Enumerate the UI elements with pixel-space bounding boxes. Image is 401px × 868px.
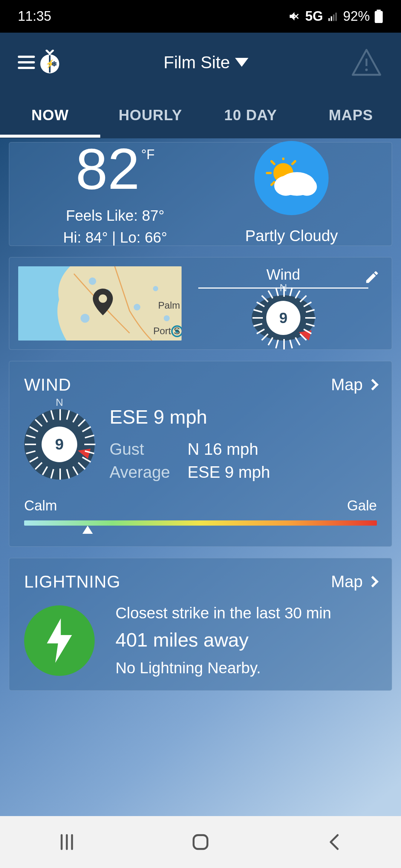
lightning-line2: 401 miles away (115, 629, 377, 651)
scale-high-label: Gale (347, 498, 377, 514)
condition-text: Partly Cloudy (245, 227, 338, 245)
svg-point-24 (81, 314, 89, 323)
tab-now[interactable]: NOW (0, 107, 100, 124)
wind-scale-bar (24, 520, 377, 526)
condition-icon (254, 141, 329, 215)
battery-label: 92% (343, 9, 370, 24)
average-label: Average (110, 463, 188, 481)
app-logo-icon: ⚡ ❄ (37, 50, 62, 75)
chevron-right-icon (367, 379, 378, 390)
map-wind-card: Palm Port S Wind N 9 (9, 257, 392, 350)
view-tabs: NOW HOURLY 10 DAY MAPS (0, 92, 401, 138)
map-link-label: Map (331, 572, 363, 591)
wind-headline: ESE 9 mph (110, 406, 377, 428)
svg-rect-5 (375, 11, 383, 23)
wind-card: WIND Map N 9 ESE 9 mph Gust N 16 mph Ave… (9, 361, 392, 547)
wind-compass-value: 9 (42, 427, 77, 462)
mini-map[interactable]: Palm Port S (18, 266, 182, 341)
app-header: ⚡ ❄ Film Site NOW HOURLY 10 DAY MAPS (0, 33, 401, 138)
svg-rect-3 (335, 13, 337, 21)
svg-rect-2 (333, 14, 335, 21)
svg-point-11 (365, 69, 368, 71)
mute-icon (288, 10, 301, 23)
tab-hourly[interactable]: HOURLY (100, 107, 200, 124)
svg-point-25 (134, 304, 140, 310)
home-icon (190, 832, 211, 852)
chevron-right-icon (367, 576, 378, 587)
gust-value: N 16 mph (188, 440, 377, 458)
back-button[interactable] (324, 832, 345, 852)
map-link-label: Map (331, 375, 363, 394)
lightning-section-title: LIGHTNING (24, 572, 120, 592)
map-label-ports: Port S (153, 325, 180, 337)
home-button[interactable] (190, 832, 211, 852)
lightning-map-link[interactable]: Map (331, 572, 377, 591)
svg-rect-1 (331, 16, 332, 21)
svg-text:❄: ❄ (51, 60, 57, 68)
svg-line-17 (271, 182, 274, 185)
svg-point-27 (164, 315, 170, 321)
signal-icon (327, 11, 339, 22)
lightning-card: LIGHTNING Map Closest strike in the last… (9, 558, 392, 691)
location-selector[interactable]: Film Site (164, 52, 249, 72)
svg-rect-34 (193, 835, 207, 849)
tab-maps[interactable]: MAPS (301, 107, 401, 124)
map-pin-icon (92, 289, 113, 315)
svg-line-15 (271, 161, 274, 164)
location-title: Film Site (164, 52, 230, 72)
alert-button[interactable] (350, 47, 383, 77)
wind-map-link[interactable]: Map (331, 375, 377, 394)
svg-point-20 (297, 178, 317, 196)
svg-point-26 (153, 286, 158, 291)
average-value: ESE 9 mph (188, 463, 377, 481)
wind-section-title: WIND (24, 375, 71, 395)
header-left: ⚡ ❄ (18, 50, 62, 75)
status-time: 11:35 (18, 9, 51, 24)
gust-label: Gust (110, 440, 188, 458)
battery-icon (374, 10, 383, 23)
menu-button[interactable] (18, 52, 35, 72)
lightning-line1: Closest strike in the last 30 min (115, 604, 377, 622)
svg-rect-0 (328, 18, 330, 21)
content-area[interactable]: 82 °F Feels Like: 87° Hi: 84° | Lo: 66° (0, 138, 401, 868)
status-indicators: 5G 92% (288, 9, 383, 24)
temperature-unit: °F (141, 147, 154, 162)
tab-10day[interactable]: 10 DAY (200, 107, 301, 124)
edit-button[interactable] (364, 269, 380, 286)
system-nav-bar (0, 816, 401, 868)
current-temperature: 82 (76, 140, 140, 198)
back-icon (324, 832, 345, 852)
wind-compass-large: N 9 (24, 409, 95, 480)
recents-button[interactable] (56, 832, 77, 852)
pencil-icon (364, 269, 380, 285)
feels-like: Feels Like: 87° (63, 207, 167, 224)
lightning-icon (24, 605, 95, 676)
wind-compass-small: N 9 (252, 295, 315, 341)
lightning-line3: No Lightning Nearby. (115, 659, 377, 677)
dropdown-icon (235, 58, 248, 67)
svg-point-30 (99, 295, 107, 303)
recents-icon (56, 832, 77, 852)
current-conditions-card: 82 °F Feels Like: 87° Hi: 84° | Lo: 66° (9, 142, 392, 246)
wind-scale-pointer (82, 526, 93, 534)
high-low: Hi: 84° | Lo: 66° (63, 229, 167, 246)
warning-icon (351, 49, 382, 76)
compass-speed: 9 (266, 301, 300, 335)
status-bar: 11:35 5G 92% (0, 0, 401, 33)
map-label-palm: Palm (158, 300, 180, 311)
svg-rect-4 (377, 10, 381, 11)
scale-low-label: Calm (24, 498, 57, 514)
svg-point-22 (89, 277, 96, 285)
svg-line-16 (293, 161, 295, 164)
network-label: 5G (305, 9, 323, 24)
svg-point-19 (274, 176, 298, 196)
